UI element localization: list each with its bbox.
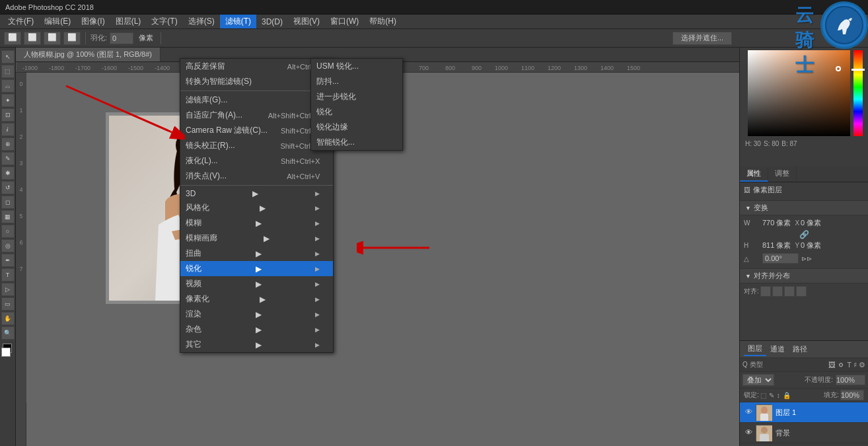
filter-sharpen[interactable]: 锐化 ▶ <box>180 261 333 276</box>
history-tool[interactable]: ↺ <box>1 181 15 194</box>
layer-eye-bg[interactable]: 👁 <box>744 428 753 437</box>
shape-tool[interactable]: ▭ <box>1 297 15 311</box>
svg-text:1: 1 <box>19 107 22 114</box>
path-tool[interactable]: ▷ <box>1 283 15 296</box>
filter-liquify[interactable]: 液化(L)... Shift+Ctrl+X <box>180 153 333 168</box>
filter-liquify-label: 液化(L)... <box>186 155 218 167</box>
sharpen-stabilize[interactable]: 防抖... <box>311 74 402 89</box>
menu-view[interactable]: 视图(V) <box>288 15 325 28</box>
move-tool[interactable]: ↖ <box>1 50 15 63</box>
filter-3d[interactable]: 3D ▶ <box>180 187 333 200</box>
layers-tab-layers[interactable]: 图层 <box>744 342 766 356</box>
layers-tab-channels[interactable]: 通道 <box>766 343 789 355</box>
sharpen-edges[interactable]: 锐化边缘 <box>311 120 402 135</box>
tab-adjustments[interactable]: 调整 <box>768 167 797 182</box>
toolbar-icon-3[interactable]: ⬜ <box>44 32 61 45</box>
background-color[interactable] <box>1 348 11 357</box>
w-label: W <box>744 219 760 227</box>
layers-icon-3[interactable]: T <box>847 361 851 369</box>
layer-item-1[interactable]: 👁 图层 1 <box>740 402 868 423</box>
filter-render[interactable]: 渲染 ▶ <box>180 307 333 322</box>
align-label: 对齐并分布 <box>754 271 790 281</box>
heal-tool[interactable]: ⊕ <box>1 137 15 151</box>
align-btn-3[interactable] <box>784 286 795 297</box>
align-btn-1[interactable] <box>760 286 771 297</box>
lock-icon-4[interactable]: 🔒 <box>783 392 791 399</box>
stamp-tool[interactable]: ✱ <box>1 167 15 180</box>
angle-input[interactable] <box>762 253 799 264</box>
lock-icon-3[interactable]: ↕ <box>777 392 780 399</box>
crop-tool[interactable]: ⊡ <box>1 108 15 122</box>
zoom-tool[interactable]: 🔍 <box>1 326 15 340</box>
filter-pixelate[interactable]: 像素化 ▶ <box>180 291 333 307</box>
document-tab[interactable]: 人物模糊.jpg @ 100% (图层 1, RGB/8#) <box>16 48 161 61</box>
lasso-tool[interactable]: ⌓ <box>1 79 15 93</box>
transform-header[interactable]: ▼ 变换 <box>740 201 868 215</box>
toolbar-icon-4[interactable]: ⬜ <box>63 32 81 45</box>
toolbar-icon-1[interactable]: ⬜ <box>4 32 21 45</box>
menu-text[interactable]: 文字(T) <box>146 15 182 28</box>
layer-name-bg: 背景 <box>776 428 790 438</box>
opacity-input[interactable] <box>836 375 865 385</box>
feather-input[interactable] <box>110 32 133 44</box>
magic-wand-tool[interactable]: ✦ <box>1 94 15 107</box>
filter-vanishing[interactable]: 消失点(V)... Alt+Ctrl+V <box>180 168 333 184</box>
menu-image[interactable]: 图像(I) <box>76 15 110 28</box>
pen-tool[interactable]: ✒ <box>1 254 15 267</box>
text-tool[interactable]: T <box>1 268 15 281</box>
filter-blur-gallery[interactable]: 模糊画廊 ▶ <box>180 231 333 246</box>
lock-icon-1[interactable]: ⬚ <box>760 392 766 399</box>
layer-item-bg[interactable]: 👁 背景 <box>740 423 868 443</box>
hue-slider[interactable] <box>853 50 863 136</box>
blur-tool[interactable]: ○ <box>1 225 15 238</box>
menu-filter[interactable]: 滤镜(T) <box>220 15 256 28</box>
menu-help[interactable]: 帮助(H) <box>364 15 402 28</box>
filter-video[interactable]: 视频 ▶ <box>180 276 333 291</box>
menu-file[interactable]: 文件(F) <box>3 15 39 28</box>
align-btn-4[interactable] <box>796 286 807 297</box>
menu-select[interactable]: 选择(S) <box>183 15 220 28</box>
layers-icon-2[interactable]: ⭘ <box>838 361 845 369</box>
gradient-tool[interactable]: ▦ <box>1 210 15 223</box>
svg-text:5: 5 <box>19 213 22 219</box>
select-mask-button[interactable]: 选择并遮住... <box>672 32 732 45</box>
layer-eye-1[interactable]: 👁 <box>744 408 753 417</box>
ruler-vertical: 0 1 2 3 4 5 6 7 <box>16 73 26 446</box>
sharpen-usm[interactable]: USM 锐化... <box>311 59 402 74</box>
svg-text:-1600: -1600 <box>102 65 117 71</box>
sharpen-basic-label: 锐化 <box>316 106 332 118</box>
layers-icon-4[interactable]: ♯ <box>853 361 857 369</box>
align-btn-2[interactable] <box>772 286 783 297</box>
tab-properties[interactable]: 属性 <box>740 167 768 182</box>
layers-icon-1[interactable]: 🖼 <box>828 361 836 369</box>
hand-tool[interactable]: ✋ <box>1 312 15 325</box>
angle-row: △ ⊳⊳ <box>744 253 864 264</box>
dodge-tool[interactable]: ◎ <box>1 239 15 252</box>
eyedropper-tool[interactable]: 𝒊 <box>1 123 15 136</box>
filter-blur[interactable]: 模糊 ▶ <box>180 215 333 231</box>
menu-layer[interactable]: 图层(L) <box>110 15 147 28</box>
layers-tab-paths[interactable]: 路径 <box>789 343 811 355</box>
filter-other[interactable]: 其它 ▶ <box>180 337 333 352</box>
svg-text:1500: 1500 <box>627 65 640 71</box>
filter-video-arrow: ▶ <box>256 279 262 289</box>
eraser-tool[interactable]: ◻ <box>1 196 15 209</box>
title-bar: Adobe Photoshop CC 2018 <box>0 0 868 15</box>
brush-tool[interactable]: ✎ <box>1 152 15 165</box>
menu-edit[interactable]: 编辑(E) <box>39 15 76 28</box>
sharpen-further[interactable]: 进一步锐化 <box>311 89 402 104</box>
filter-noise[interactable]: 杂色 ▶ <box>180 322 333 337</box>
menu-3d[interactable]: 3D(D) <box>256 16 288 28</box>
sharpen-basic[interactable]: 锐化 <box>311 104 402 120</box>
lock-icon-2[interactable]: ✎ <box>769 392 774 399</box>
menu-window[interactable]: 窗口(W) <box>325 15 364 28</box>
toolbar-icon-2[interactable]: ⬜ <box>24 32 41 45</box>
filter-distort[interactable]: 扭曲 ▶ <box>180 246 333 261</box>
blend-mode-select[interactable]: 叠加 <box>742 374 774 386</box>
sharpen-smart[interactable]: 智能锐化... <box>311 135 402 150</box>
select-tool[interactable]: ⬚ <box>1 65 15 78</box>
layers-icon-5[interactable]: ⚙ <box>859 361 865 369</box>
filter-stylize[interactable]: 风格化 ▶ <box>180 200 333 215</box>
fill-input[interactable] <box>840 390 864 400</box>
align-header[interactable]: ▼ 对齐并分布 <box>740 269 868 283</box>
